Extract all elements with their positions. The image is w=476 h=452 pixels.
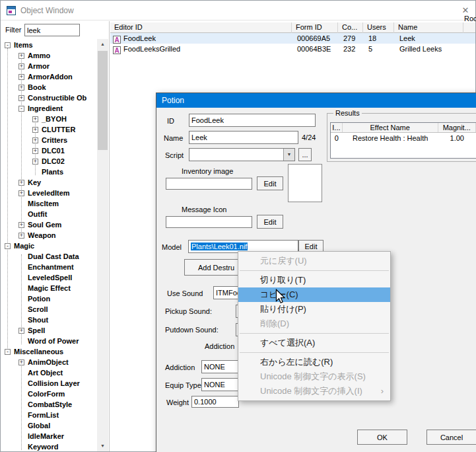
script-dropdown[interactable]: ▼ xyxy=(189,148,295,161)
tree-item-byoh[interactable]: +_BYOH xyxy=(1,113,97,124)
expand-icon[interactable]: + xyxy=(18,53,24,59)
tree-item-ammo[interactable]: +Ammo xyxy=(1,50,97,60)
tree-item-combatstyle[interactable]: CombatStyle xyxy=(1,398,97,409)
id-input[interactable] xyxy=(189,114,316,127)
tree-item-soul-gem[interactable]: +Soul Gem xyxy=(1,219,97,229)
weight-input[interactable] xyxy=(191,396,239,408)
tree-item-scroll[interactable]: Scroll xyxy=(1,303,97,314)
results-row[interactable]: 0Restore Health : Health1.00 xyxy=(331,133,476,143)
object-window-titlebar[interactable]: Object Window ✕ xyxy=(1,1,475,20)
tree-item-art-object[interactable]: Art Object xyxy=(1,367,97,377)
tree-item-miscitem[interactable]: MiscItem xyxy=(1,198,97,208)
results-column-0[interactable]: I... xyxy=(331,123,343,132)
collapse-icon[interactable]: - xyxy=(5,349,11,355)
menu-item-right-to-left-reading-order[interactable]: 右から左に読む(R) xyxy=(238,355,390,369)
inventory-image-edit-button[interactable]: Edit xyxy=(257,176,283,190)
column-header-name[interactable]: Name xyxy=(394,22,463,33)
scrollbar-up-icon[interactable]: ▲ xyxy=(97,39,108,50)
editor-id-text: FoodLeeksGrilled xyxy=(123,45,180,53)
table-row-foodleek[interactable]: AFoodLeek000669A527918Leek xyxy=(110,33,475,44)
expand-icon[interactable]: + xyxy=(18,180,24,186)
script-browse-button[interactable]: ... xyxy=(298,148,312,161)
image-preview-box xyxy=(288,164,322,202)
tree-item-items[interactable]: -Items xyxy=(1,39,97,50)
tree-item-enchantment[interactable]: Enchantment xyxy=(1,261,97,272)
scrollbar-down-icon[interactable]: ▼ xyxy=(97,441,108,451)
menu-item-cut[interactable]: 切り取り(T) xyxy=(238,273,390,287)
tree-scrollbar[interactable]: ▲ ▼ xyxy=(97,39,108,451)
tree-item-idlemarker[interactable]: IdleMarker xyxy=(1,430,97,441)
tree-item-keyword[interactable]: Keyword xyxy=(1,441,97,451)
tree-item-leveleditem[interactable]: +LeveledItem xyxy=(1,187,97,198)
tree-item-word-of-power[interactable]: Word of Power xyxy=(1,335,97,346)
tree-item-shout[interactable]: Shout xyxy=(1,314,97,324)
script-value xyxy=(189,149,283,161)
tree-item-constructible-ob[interactable]: +Constructible Ob xyxy=(1,92,97,102)
expand-icon[interactable]: + xyxy=(18,190,24,196)
expand-icon[interactable]: + xyxy=(18,85,24,91)
expand-icon[interactable]: + xyxy=(32,137,38,143)
collapse-icon[interactable]: - xyxy=(18,106,24,112)
tree-item-dlc02[interactable]: +DLC02 xyxy=(1,155,97,166)
tree-item-critters[interactable]: +Critters xyxy=(1,134,97,145)
tree-item-colorform[interactable]: ColorForm xyxy=(1,388,97,398)
column-header-users[interactable]: Users xyxy=(363,22,394,33)
name-input[interactable] xyxy=(189,131,298,144)
table-row-foodleeksgrilled[interactable]: AFoodLeeksGrilled00064B3E2325Grilled Lee… xyxy=(110,44,475,54)
menu-item-copy[interactable]: コピー(C) xyxy=(238,287,390,302)
expand-icon[interactable]: + xyxy=(18,233,24,239)
tree-item-label: CombatStyle xyxy=(28,400,72,408)
expand-icon[interactable]: + xyxy=(18,63,24,69)
tree-item-spell[interactable]: +Spell xyxy=(1,324,97,335)
tree-item-dlc01[interactable]: +DLC01 xyxy=(1,145,97,155)
cancel-button[interactable]: Cancel xyxy=(426,430,476,445)
expand-icon[interactable]: + xyxy=(32,159,38,165)
results-column-2[interactable]: Magnit... xyxy=(438,123,476,132)
chevron-down-icon[interactable]: ▼ xyxy=(283,149,294,161)
tree-item-formlist[interactable]: FormList xyxy=(1,409,97,420)
ok-button[interactable]: OK xyxy=(357,430,407,445)
tree-item-ingredient[interactable]: -Ingredient xyxy=(1,102,97,113)
tree-item-potion[interactable]: Potion xyxy=(1,293,97,303)
tree-item-animobject[interactable]: +AnimObject xyxy=(1,356,97,367)
tree-item-magic-effect[interactable]: Magic Effect xyxy=(1,282,97,293)
scrollbar-thumb[interactable] xyxy=(98,51,108,150)
tree-item-miscellaneous[interactable]: -Miscellaneous xyxy=(1,346,97,356)
expand-icon[interactable]: + xyxy=(18,95,24,101)
tree-item-book[interactable]: +Book xyxy=(1,81,97,92)
column-header-form-id[interactable]: Form ID xyxy=(292,22,338,33)
tree-item-collision-layer[interactable]: Collision Layer xyxy=(1,377,97,388)
expand-icon[interactable]: + xyxy=(18,359,24,365)
tree-item-magic[interactable]: -Magic xyxy=(1,240,97,250)
tree-item-clutter[interactable]: +CLUTTER xyxy=(1,124,97,134)
tree-item-label: Outfit xyxy=(28,210,47,218)
expand-icon[interactable]: + xyxy=(32,116,38,122)
results-column-1[interactable]: Effect Name xyxy=(343,123,438,132)
message-icon-input[interactable] xyxy=(166,216,252,228)
panel-splitter[interactable] xyxy=(109,21,110,451)
tree-item-global[interactable]: Global xyxy=(1,420,97,430)
inventory-image-input[interactable] xyxy=(166,178,252,190)
collapse-icon[interactable]: - xyxy=(5,243,11,249)
tree-item-leveledspell[interactable]: LeveledSpell xyxy=(1,272,97,282)
tree-item-armor[interactable]: +Armor xyxy=(1,60,97,71)
tree-item-dual-cast-data[interactable]: Dual Cast Data xyxy=(1,250,97,261)
filter-input[interactable] xyxy=(24,24,80,36)
expand-icon[interactable]: + xyxy=(32,148,38,154)
potion-dialog-titlebar[interactable]: Potion xyxy=(156,93,476,108)
expand-icon[interactable]: + xyxy=(18,74,24,80)
tree-item-plants[interactable]: Plants xyxy=(1,166,97,176)
tree-item-weapon[interactable]: +Weapon xyxy=(1,229,97,240)
tree-item-armoraddon[interactable]: +ArmorAddon xyxy=(1,71,97,81)
tree-item-outfit[interactable]: Outfit xyxy=(1,208,97,219)
expand-icon[interactable]: + xyxy=(32,127,38,133)
menu-item-paste[interactable]: 貼り付け(P) xyxy=(238,302,390,317)
expand-icon[interactable]: + xyxy=(18,328,24,334)
expand-icon[interactable]: + xyxy=(18,222,24,228)
collapse-icon[interactable]: - xyxy=(5,42,11,48)
menu-item-select-all[interactable]: すべて選択(A) xyxy=(238,336,390,350)
column-header-co[interactable]: Co... xyxy=(338,22,363,33)
tree-item-key[interactable]: +Key xyxy=(1,176,97,187)
message-icon-edit-button[interactable]: Edit xyxy=(257,215,283,229)
column-header-editor-id[interactable]: Editor ID xyxy=(110,22,292,33)
